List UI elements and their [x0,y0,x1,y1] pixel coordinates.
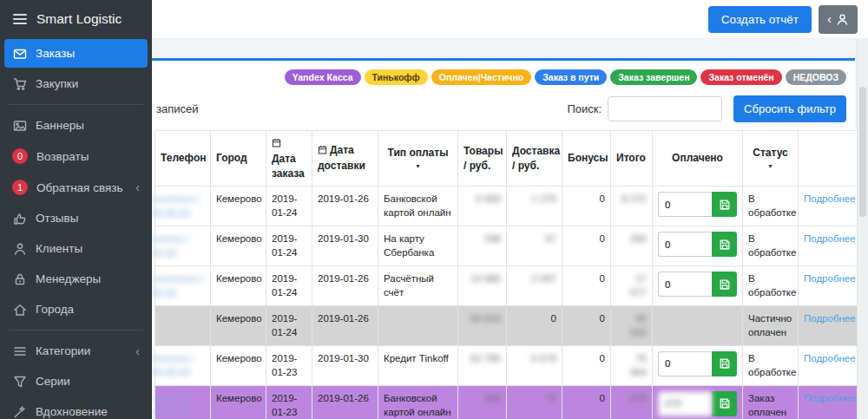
payment-type-cell: Кредит Tinkoff [384,353,449,363]
col-bonus: Бонусы [562,131,611,187]
menu-icon[interactable] [12,11,28,27]
payment-type-cell: Банковской картой онлайн [384,193,451,218]
sidebar-item-returns[interactable]: 0Возвраты [4,141,148,171]
reset-filter-button[interactable]: Сбросить фильтр [733,95,846,122]
chevron-left-icon: ‹ [135,344,140,358]
details-link[interactable]: Подробнее [804,233,856,244]
table-row: оооооо /00-00Кемерово2019-01-242019-01-3… [155,226,858,266]
col-goods: Товары / руб. [458,131,507,187]
col-paid: Оплачено [653,131,743,187]
city-cell: Кемерово [216,273,262,284]
customer-phone-link[interactable]: оооооо / [152,232,205,246]
customer-phone-link[interactable]: оооооооо / [152,192,205,206]
customer-phone-link[interactable]: ооооооооо / [152,272,205,286]
details-link[interactable]: Подробнее [804,353,856,363]
sidebar-item-label: Менеджеры [36,272,101,285]
paid-amount-input[interactable] [658,192,712,217]
chevron-left-icon: ‹ [135,180,140,194]
app-brand: Smart Logistic [0,0,152,36]
customer-phone-link[interactable]: 00-00 [152,286,205,301]
sidebar-item-categories[interactable]: Категории‹ [4,337,148,365]
scrollbar-thumb[interactable] [859,87,866,217]
paid-amount-input[interactable] [658,232,712,257]
total-amount-cell: 470 [630,393,647,403]
active-tab-underline [152,39,855,61]
sidebar-item-label: Категории [36,344,90,357]
sidebar-item-clients[interactable]: Клиенты [4,234,148,263]
details-link[interactable]: Подробнее [804,273,856,284]
save-paid-button[interactable] [712,391,737,416]
city-cell: Кемерово [216,393,262,403]
sidebar-item-cities[interactable]: Города [4,295,148,324]
reviews-icon [12,211,27,226]
customer-phone-link[interactable]: ооооооо / [152,351,205,366]
orders-icon [12,46,27,61]
order-date-cell: 2019-01-23 [272,353,297,377]
save-paid-button[interactable] [712,272,737,297]
notification-badge: 0 [12,148,28,164]
calendar-icon [272,137,281,152]
customer-phone-link[interactable]: 00-75-38 [152,405,205,419]
status-cell: Частично оплачен [748,313,792,337]
table-row: Кемерово2019-01-242019-01-2690 0330090 0… [155,306,858,345]
sidebar-item-feedback[interactable]: 1Обратная связь‹ [4,173,148,202]
legend-badge: НЕДОВОЗ [786,69,846,85]
details-link[interactable]: Подробнее [804,193,856,204]
goods-amount-cell: 6 993 [476,193,501,204]
sidebar-nav: ЗаказыЗакупкиБаннеры0Возвраты1Обратная с… [0,36,152,419]
col-order-date: Дата заказа [266,131,312,187]
sidebar-item-reviews[interactable]: Отзывы [4,204,148,232]
delivery-date-cell: 2019-01-30 [318,353,369,363]
sidebar-item-managers[interactable]: Менеджеры [4,265,148,293]
goods-amount-cell: 14 980 [470,273,501,284]
goods-amount-cell: 298 [484,233,501,244]
status-cell: В обработке [748,273,796,298]
delivery-date-cell: 2019-01-26 [318,193,369,204]
details-link[interactable]: Подробнее [804,313,856,324]
create-report-button[interactable]: Создать отчёт [708,6,812,33]
paid-amount-input[interactable] [658,391,712,416]
sidebar-item-series[interactable]: Серии [4,367,148,396]
page-scrollbar[interactable] [857,39,868,419]
save-paid-button[interactable] [712,192,737,217]
paid-amount-input[interactable] [658,351,712,376]
save-paid-button[interactable] [712,232,737,257]
col-status[interactable]: Статус ▼ [743,131,799,187]
shipping-amount-cell: 6 679 [531,353,556,363]
table-row: оооооооо /00-00-00Кемерово2019-01-242019… [155,187,858,226]
status-cell: Заказ оплачен [748,393,786,417]
sort-caret-icon: ▼ [748,162,792,171]
search-label: Поиск: [567,102,602,115]
customer-phone-link[interactable]: 00-00-00 [152,206,205,221]
table-row: оооооо /00-75-38Кемерово2019-01-232019-0… [155,385,858,419]
calendar-icon [318,144,327,159]
customer-phone-link[interactable]: оооооо / [152,391,205,406]
table-row: ооооооооо /00-00Кемерово2019-01-242019-0… [155,266,858,306]
delivery-date-cell: 2019-01-30 [318,233,369,244]
save-paid-button[interactable] [712,351,737,376]
delivery-date-cell: 2019-01-26 [318,313,369,324]
user-menu-button[interactable]: ‹ [819,5,858,34]
sort-caret-icon: ▼ [384,162,452,171]
series-icon [12,374,27,389]
col-phone: Телефон [155,131,211,187]
sidebar-item-orders[interactable]: Заказы [4,39,148,68]
payment-type-cell: Расчётный счёт [384,273,434,298]
paid-amount-input[interactable] [658,272,712,297]
delivery-date-cell: 2019-01-26 [318,393,369,403]
search-input[interactable] [608,96,722,121]
sidebar-item-label: Заказы [36,47,75,60]
col-payment-type[interactable]: Тип оплаты ▼ [378,131,458,187]
sidebar: Smart Logistic ЗаказыЗакупкиБаннеры0Возв… [0,0,152,419]
clients-icon [12,241,27,256]
customer-phone-link[interactable]: 00-00-00 [152,365,205,380]
details-link[interactable]: Подробнее [804,393,856,403]
sidebar-item-purchases[interactable]: Закупки [4,69,148,98]
sidebar-item-label: Отзывы [36,212,78,225]
col-total: Итого [611,131,653,187]
sidebar-item-inspiration[interactable]: Вдохновение [4,397,148,419]
bonus-amount-cell: 0 [600,393,605,403]
sidebar-item-banners[interactable]: Баннеры [4,111,148,140]
customer-phone-link[interactable]: 00-00 [152,246,205,261]
col-details [799,131,858,187]
